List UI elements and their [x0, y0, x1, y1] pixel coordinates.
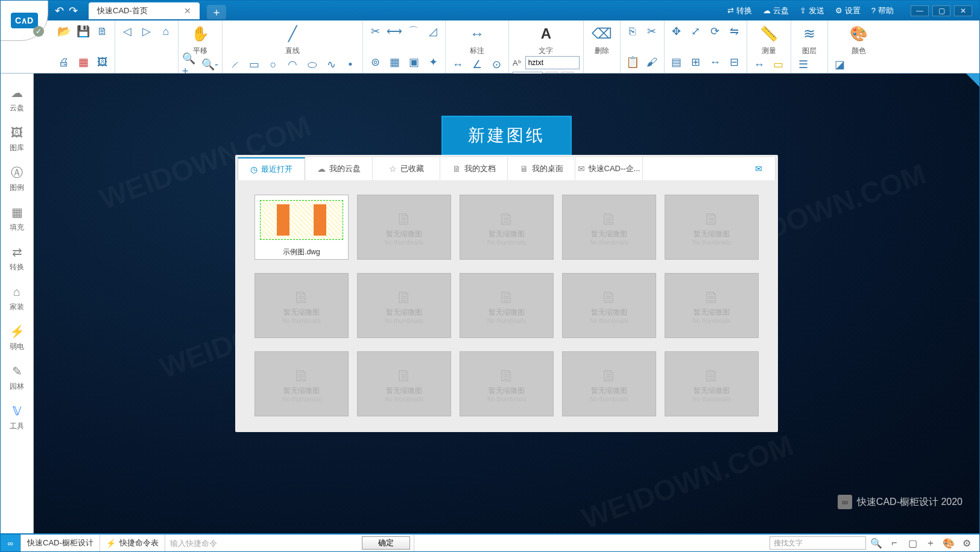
stretch-icon[interactable]: ↔	[707, 54, 724, 71]
format-painter-icon[interactable]: 🖌	[643, 54, 660, 71]
empty-thumbnail[interactable]: 🗎暂无缩微图No thumbnails	[460, 351, 554, 416]
add-tab-button[interactable]: ＋	[207, 5, 226, 19]
corner-fold-icon[interactable]	[966, 74, 979, 87]
app-logo[interactable]: C∧D ✓	[0, 0, 48, 41]
empty-thumbnail[interactable]: 🗎暂无缩微图No thumbnails	[562, 351, 656, 416]
block-icon[interactable]: ▣	[405, 54, 422, 71]
sidebar-item-cloud[interactable]: ☁云盘	[8, 84, 25, 113]
polyline-icon[interactable]: ⟋	[226, 56, 243, 73]
tab-mydocs[interactable]: 🗎我的文档	[440, 157, 508, 180]
search-icon[interactable]: 🔍	[868, 535, 884, 551]
mirror-icon[interactable]: ⇋	[726, 23, 743, 40]
menu-convert[interactable]: ⇄转换	[727, 5, 752, 16]
paste-icon[interactable]: 📋	[624, 54, 641, 71]
trim-icon[interactable]: ✂	[367, 23, 384, 40]
sidebar-item-home-decor[interactable]: ⌂家装	[8, 283, 25, 312]
spline-icon[interactable]: ∿	[323, 56, 340, 73]
save-icon[interactable]: 💾	[75, 23, 92, 40]
hatch-icon[interactable]: ▦	[386, 54, 403, 71]
cut-icon[interactable]: ✂	[643, 23, 660, 40]
measure-dist-icon[interactable]: ↔	[751, 56, 768, 73]
empty-thumbnail[interactable]: 🗎暂无缩微图No thumbnails	[460, 273, 554, 338]
print-icon[interactable]: 🖨	[55, 54, 72, 71]
text-tool[interactable]: A 文字	[513, 23, 580, 56]
chamfer-icon[interactable]: ◿	[425, 23, 441, 40]
empty-thumbnail[interactable]: 🗎暂无缩微图No thumbnails	[562, 195, 656, 260]
empty-thumbnail[interactable]: 🗎暂无缩微图No thumbnails	[460, 195, 554, 260]
extend-icon[interactable]: ⟷	[386, 23, 403, 40]
zoom-out-icon[interactable]: 🔍-	[201, 56, 218, 73]
home-icon[interactable]: ⌂	[157, 23, 174, 40]
undo-arrow-icon[interactable]: ↶	[55, 4, 64, 17]
tab-mail[interactable]: ✉	[742, 157, 776, 180]
empty-thumbnail[interactable]: 🗎暂无缩微图No thumbnails	[254, 273, 349, 338]
measure-area-icon[interactable]: ▭	[770, 56, 787, 73]
point-icon[interactable]: •	[342, 56, 359, 73]
document-tab[interactable]: 快速CAD-首页 ✕	[89, 2, 200, 19]
tab-enterprise[interactable]: ✉快速CAD--企...	[575, 157, 643, 180]
file-thumbnail[interactable]: 示例图.dwg	[254, 195, 349, 260]
minimize-button[interactable]: —	[911, 5, 929, 16]
delete-tool[interactable]: ⌫ 删除	[587, 23, 616, 56]
export-pdf-icon[interactable]: ▦	[75, 54, 92, 71]
fillet-icon[interactable]: ⌒	[405, 23, 422, 40]
font-select[interactable]	[525, 56, 580, 69]
search-text-input[interactable]: 搜找文字	[770, 536, 866, 550]
command-input[interactable]	[165, 535, 358, 551]
break-icon[interactable]: ⊟	[726, 54, 743, 71]
settings-gear-icon[interactable]: ⚙	[959, 535, 975, 551]
measure-tool[interactable]: 📏 测量	[751, 23, 787, 56]
circle-icon[interactable]: ○	[265, 56, 282, 73]
sidebar-item-gallery[interactable]: 🖼图库	[8, 124, 25, 153]
tab-favorites[interactable]: ☆已收藏	[373, 157, 440, 180]
empty-thumbnail[interactable]: 🗎暂无缩微图No thumbnails	[357, 195, 451, 260]
arc-icon[interactable]: ◠	[284, 56, 301, 73]
dim-linear-icon[interactable]: ↔	[449, 56, 466, 73]
dimension-tool[interactable]: ↔ 标注	[449, 23, 505, 56]
empty-thumbnail[interactable]: 🗎暂无缩微图No thumbnails	[357, 351, 451, 416]
shortcut-table-button[interactable]: ⚡快捷命令表	[100, 535, 165, 551]
empty-thumbnail[interactable]: 🗎暂无缩微图No thumbnails	[562, 273, 656, 338]
array-icon[interactable]: ⊞	[688, 54, 704, 71]
zoom-in-icon[interactable]: 🔍+	[182, 56, 199, 73]
menu-settings[interactable]: ⚙设置	[835, 5, 861, 16]
line-tool[interactable]: ╱ 直线	[226, 23, 359, 56]
tab-close-icon[interactable]: ✕	[184, 6, 191, 16]
empty-thumbnail[interactable]: 🗎暂无缩微图No thumbnails	[665, 273, 759, 338]
dim-radius-icon[interactable]: ⊙	[488, 56, 505, 73]
forward-icon[interactable]: ▷	[138, 23, 155, 40]
saveas-icon[interactable]: 🗎	[94, 23, 111, 40]
sidebar-item-convert[interactable]: ⇄转换	[8, 243, 25, 272]
layer-tool[interactable]: ≋ 图层	[795, 23, 824, 56]
menu-help[interactable]: ?帮助	[871, 5, 894, 16]
rect-icon[interactable]: ▭	[245, 56, 262, 73]
empty-thumbnail[interactable]: 🗎暂无缩微图No thumbnails	[357, 273, 451, 338]
bylayer-icon[interactable]: ◪	[832, 56, 849, 73]
offset-icon[interactable]: ⊚	[367, 54, 384, 71]
move-icon[interactable]: ✥	[668, 23, 685, 40]
empty-thumbnail[interactable]: 🗎暂无缩微图No thumbnails	[254, 351, 349, 416]
menu-send[interactable]: ⇧发送	[800, 5, 824, 16]
ellipse-icon[interactable]: ⬭	[303, 56, 320, 73]
back-icon[interactable]: ◁	[119, 23, 136, 40]
tab-mycloud[interactable]: ☁我的云盘	[305, 157, 373, 180]
sidebar-item-tools[interactable]: 𝕍工具	[8, 403, 25, 431]
new-drawing-button[interactable]: 新建图纸	[441, 116, 572, 155]
sidebar-item-garden[interactable]: ✎园林	[8, 363, 25, 392]
empty-thumbnail[interactable]: 🗎暂无缩微图No thumbnails	[665, 195, 759, 260]
export-image-icon[interactable]: 🖼	[94, 54, 111, 71]
align-icon[interactable]: ▤	[668, 54, 685, 71]
tab-desktop[interactable]: 🖥我的桌面	[508, 157, 575, 180]
redo-arrow-icon[interactable]: ↷	[69, 4, 78, 17]
menu-cloud[interactable]: ☁云盘	[763, 5, 789, 16]
color-tool[interactable]: 🎨 颜色	[832, 23, 886, 56]
ucs-icon[interactable]: ⌐	[887, 535, 902, 551]
copy-icon[interactable]: ⎘	[624, 23, 641, 40]
empty-thumbnail[interactable]: 🗎暂无缩微图No thumbnails	[665, 351, 759, 416]
dim-angular-icon[interactable]: ∠	[469, 56, 485, 73]
layer-list-icon[interactable]: ☰	[795, 56, 812, 73]
add-view-icon[interactable]: ＋	[923, 535, 938, 551]
confirm-button[interactable]: 确定	[362, 536, 410, 550]
rotate-icon[interactable]: ⟳	[707, 23, 724, 40]
explode-icon[interactable]: ✦	[425, 54, 441, 71]
